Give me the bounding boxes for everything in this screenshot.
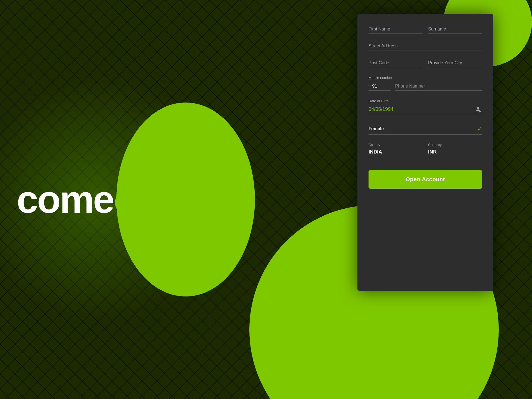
mobile-section: Mobile number +	[369, 76, 482, 91]
currency-value: INR	[428, 148, 482, 156]
registration-form: Mobile number + Date of Birth 04/05/1994	[357, 14, 493, 291]
country-field: Country INDIA	[369, 143, 423, 156]
mobile-code-input[interactable]	[372, 84, 383, 89]
mobile-prefix: +	[369, 84, 391, 91]
first-name-input[interactable]	[369, 25, 423, 34]
mobile-inputs: +	[369, 82, 482, 91]
gender-value: Female	[369, 126, 384, 131]
surname-input[interactable]	[428, 25, 482, 34]
name-row	[369, 25, 482, 34]
postcode-input[interactable]	[369, 59, 423, 67]
chevron-down-icon: ✓	[477, 126, 482, 132]
gender-dropdown[interactable]: Female ✓	[369, 123, 482, 135]
dob-value: 04/05/1994	[369, 106, 393, 112]
dob-label: Date of Birth	[369, 99, 482, 103]
logo-on: on	[114, 178, 159, 221]
logo-exclaim: !	[159, 178, 171, 221]
first-name-field	[369, 25, 423, 34]
city-input[interactable]	[428, 59, 482, 67]
svg-point-0	[477, 107, 479, 109]
avatar-icon	[474, 105, 482, 113]
postcode-field	[369, 59, 423, 67]
mobile-plus: +	[369, 84, 371, 89]
postcode-city-row	[369, 59, 482, 67]
street-address-field	[369, 42, 482, 50]
dob-section: Date of Birth 04/05/1994	[369, 99, 482, 115]
logo-come: come	[17, 178, 114, 221]
street-address-input[interactable]	[369, 42, 482, 50]
logo: comeon!	[17, 180, 170, 219]
gender-section: Female ✓	[369, 123, 482, 135]
city-field	[428, 59, 482, 67]
country-currency-row: Country INDIA Currency INR	[369, 143, 482, 156]
country-value: INDIA	[369, 148, 423, 156]
country-label: Country	[369, 143, 423, 147]
currency-field: Currency INR	[428, 143, 482, 156]
currency-label: Currency	[428, 143, 482, 147]
open-account-button[interactable]: Open Account	[369, 170, 482, 189]
dob-row[interactable]: 04/05/1994	[369, 105, 482, 115]
surname-field	[428, 25, 482, 34]
phone-number-input[interactable]	[395, 82, 482, 91]
mobile-label: Mobile number	[369, 76, 482, 80]
